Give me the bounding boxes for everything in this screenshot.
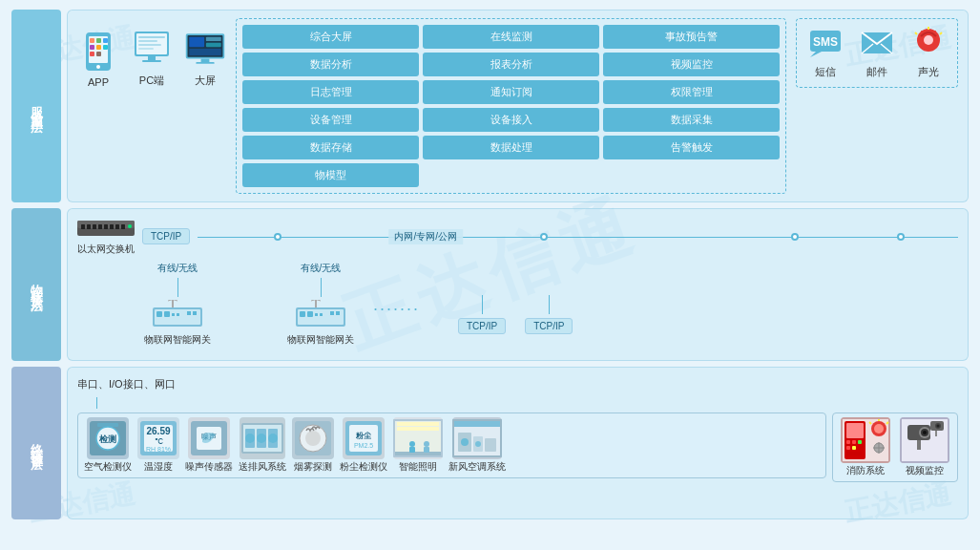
func-btn-7[interactable]: 通知订阅 [423, 80, 599, 104]
func-btn-6[interactable]: 日志管理 [242, 80, 419, 104]
svg-rect-119 [858, 440, 862, 444]
gateway-svg-1 [153, 300, 202, 330]
svg-rect-44 [93, 224, 96, 229]
svg-point-124 [874, 424, 884, 434]
device-label-air: 空气检测仪 [84, 461, 132, 474]
app-icon-bigscreen [184, 28, 226, 70]
gateway-2-section: 有线/无线 物联网智能网关 [287, 262, 354, 347]
app-label-pc: PC端 [139, 74, 164, 88]
service-content: APP [77, 18, 958, 194]
terminal-layer-content: 串口、I/O接口、网口 检测 [67, 367, 969, 519]
svg-rect-46 [104, 224, 108, 229]
service-label-text: 服务应用层 [28, 96, 45, 116]
exhaust-device-icon [240, 417, 285, 459]
svg-rect-45 [98, 224, 102, 229]
func-btn-3[interactable]: 数据分析 [242, 53, 419, 76]
app-item-app: APP [77, 31, 119, 88]
svg-point-88 [268, 434, 278, 443]
func-btn-4[interactable]: 报表分析 [423, 53, 599, 76]
svg-line-126 [886, 422, 888, 424]
svg-rect-64 [315, 313, 318, 316]
iot-label-text: 物联接入层 [28, 275, 45, 294]
func-btn-15[interactable]: 物模型 [242, 163, 419, 187]
svg-point-50 [128, 224, 132, 228]
service-layer-row: 服务应用层 [11, 10, 969, 202]
net-dot-1 [274, 233, 281, 241]
vertical-line-2 [321, 278, 322, 297]
terminal-layer-label: 终端设备层 [11, 367, 61, 519]
svg-rect-120 [846, 446, 850, 450]
svg-rect-42 [81, 224, 85, 229]
device-item-exhaust: 送排风系统 [239, 417, 286, 474]
gateway-svg-2 [296, 300, 345, 330]
svg-rect-68 [315, 300, 317, 307]
func-grid: 综合大屏 在线监测 事故预告警 数据分析 报表分析 视频监控 日志管理 通知订阅… [242, 25, 780, 187]
func-btn-5[interactable]: 视频监控 [603, 53, 780, 76]
svg-rect-110 [485, 438, 496, 452]
iot-network-row: 以太网交换机 TCP/IP 内网/专网/公网 [77, 217, 958, 256]
func-btn-0[interactable]: 综合大屏 [242, 25, 419, 49]
app-label-app: APP [88, 76, 109, 88]
func-btn-1[interactable]: 在线监测 [423, 25, 599, 49]
notif-label-alarm: 声光 [918, 65, 939, 79]
svg-rect-43 [87, 224, 91, 229]
svg-line-39 [940, 32, 942, 34]
alarm-icon [911, 27, 946, 61]
svg-rect-56 [177, 313, 179, 316]
svg-rect-72 [97, 423, 118, 427]
func-btn-14[interactable]: 告警触发 [603, 136, 780, 159]
func-btn-11[interactable]: 数据采集 [603, 108, 780, 132]
func-btn-8[interactable]: 权限管理 [603, 80, 780, 104]
svg-line-38 [915, 32, 917, 34]
svg-rect-98 [397, 422, 439, 426]
terminal-content: 串口、I/O接口、网口 检测 [77, 375, 958, 482]
app-label-bigscreen: 大屏 [195, 74, 216, 88]
func-btn-10[interactable]: 设备接入 [423, 108, 599, 132]
func-btn-13[interactable]: 数据处理 [423, 136, 599, 159]
func-btn-9[interactable]: 设备管理 [242, 108, 419, 132]
svg-rect-107 [454, 421, 500, 427]
svg-rect-14 [138, 40, 157, 42]
gateway-2-label: 物联网智能网关 [287, 333, 354, 347]
tcpip-right-box-2: TCP/IP [525, 318, 573, 334]
svg-rect-17 [148, 56, 156, 60]
terminal-label-text: 终端设备层 [28, 434, 45, 453]
device-label-smoke: 烟雾探测 [294, 461, 332, 474]
svg-rect-57 [187, 311, 191, 315]
device-item-smoke: 烟雾探测 [292, 417, 334, 474]
dots-label: ....... [373, 295, 420, 315]
notif-item-sms: SMS 短信 [808, 27, 843, 79]
svg-rect-59 [172, 300, 174, 307]
svg-rect-53 [156, 311, 162, 317]
svg-text:SMS: SMS [813, 35, 838, 49]
noise-device-icon: 噪声 [188, 417, 230, 459]
func-btn-12[interactable]: 数据存储 [242, 136, 419, 159]
air-device-icon: 检测 [87, 417, 129, 459]
svg-point-136 [923, 431, 927, 434]
svg-rect-122 [846, 452, 862, 455]
svg-point-36 [924, 35, 933, 45]
service-layer-content: APP [67, 10, 969, 202]
svg-rect-22 [206, 37, 221, 41]
svg-rect-102 [409, 447, 415, 453]
svg-text:PM2.5: PM2.5 [354, 442, 373, 449]
svg-point-103 [424, 441, 429, 447]
device-item-fire: 消防系统 [841, 417, 890, 477]
tcpip-right-box-1: TCP/IP [458, 318, 506, 334]
func-btn-2[interactable]: 事故预告警 [603, 25, 780, 49]
svg-point-111 [461, 438, 469, 446]
device-item-light: 智能照明 [393, 417, 443, 474]
svg-rect-16 [138, 48, 154, 50]
notif-label-sms: 短信 [815, 65, 836, 79]
switch-svg [77, 217, 135, 240]
net-dot-2 [540, 233, 548, 241]
svg-rect-9 [90, 52, 94, 56]
svg-text:粉尘: 粉尘 [355, 432, 371, 440]
device-label-fire: 消防系统 [846, 465, 885, 477]
svg-rect-25 [201, 59, 210, 63]
notif-section: SMS 短信 [796, 18, 958, 88]
svg-rect-23 [206, 43, 221, 47]
svg-rect-7 [96, 45, 101, 50]
notif-item-email: 邮件 [860, 27, 894, 79]
tcpip-right-1: TCP/IP [458, 295, 506, 334]
